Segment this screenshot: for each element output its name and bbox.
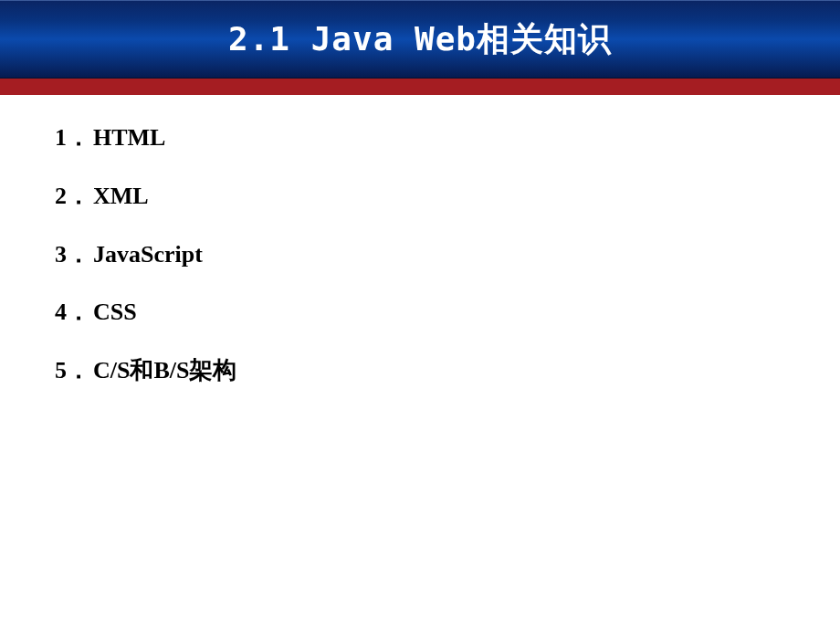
list-text: C/S和B/S架构 bbox=[93, 357, 237, 383]
list-item: 2．XML bbox=[55, 181, 785, 212]
list-text: XML bbox=[93, 183, 149, 209]
accent-bar bbox=[0, 79, 840, 95]
list-number: 4． bbox=[55, 297, 93, 328]
list-number: 5． bbox=[55, 355, 93, 386]
list-item: 1．HTML bbox=[55, 122, 785, 153]
slide-content: 1．HTML 2．XML 3．JavaScript 4．CSS 5．C/S和B/… bbox=[0, 95, 840, 441]
list-text: CSS bbox=[93, 299, 137, 325]
list-item: 3．JavaScript bbox=[55, 239, 785, 270]
list-text: HTML bbox=[93, 124, 165, 151]
slide-header: 2.1 Java Web相关知识 bbox=[0, 0, 840, 79]
list-item: 4．CSS bbox=[55, 297, 785, 328]
list-number: 1． bbox=[55, 122, 93, 153]
list-text: JavaScript bbox=[93, 241, 203, 268]
list-item: 5．C/S和B/S架构 bbox=[55, 355, 785, 386]
list-number: 2． bbox=[55, 181, 93, 212]
slide-title: 2.1 Java Web相关知识 bbox=[228, 17, 612, 62]
list-number: 3． bbox=[55, 239, 93, 270]
